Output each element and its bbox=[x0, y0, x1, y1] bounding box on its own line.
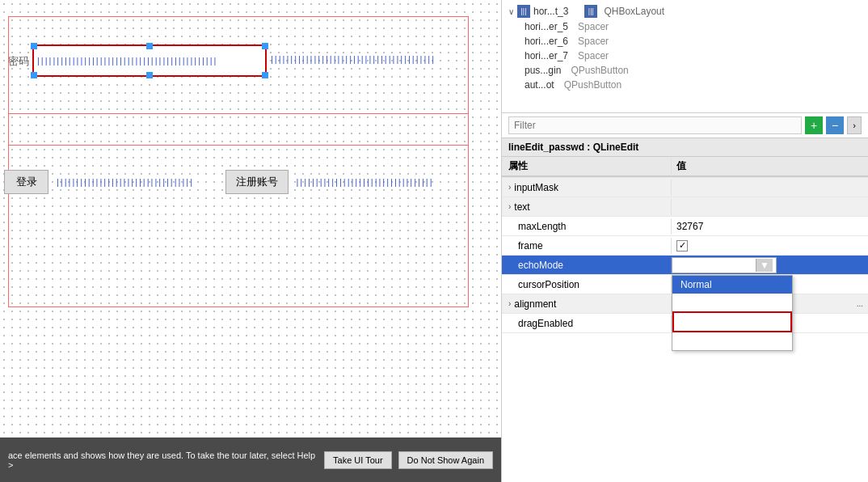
prop-value-frame[interactable]: ✓ bbox=[672, 238, 868, 254]
hbox-icon: ||| bbox=[584, 5, 597, 18]
prop-name-dragenabled: dragEnabled bbox=[502, 315, 672, 332]
dotted-middle: ||||||||||||||||||||||||||||||||||| bbox=[57, 177, 217, 187]
option-passwordecho[interactable]: PasswordEcho... bbox=[672, 332, 792, 350]
do-not-show-button[interactable]: Do Not Show Again bbox=[398, 451, 493, 469]
child-type-4: QPushButton bbox=[564, 79, 622, 91]
prop-row-maxlength[interactable]: maxLength 32767 bbox=[502, 217, 868, 236]
designer-canvas: 密码 |||||||||||||||||||||||||||||||||||||… bbox=[0, 0, 501, 482]
dotted-right: ||||||||||||||||||||||||||||||||||||||||… bbox=[271, 54, 449, 69]
child-type-3: QPushButton bbox=[571, 65, 628, 76]
prop-row-frame[interactable]: frame ✓ bbox=[502, 236, 868, 256]
property-table: 属性 值 › inputMask › text bbox=[502, 157, 868, 482]
tree-child-0[interactable]: hori...er_5 Spacer bbox=[525, 19, 862, 34]
lineedit-content: ||||||||||||||||||||||||||||||||||||||||… bbox=[34, 56, 217, 66]
bottom-bar-text: ace elements and shows how they are used… bbox=[8, 450, 318, 470]
tree-item-icon2: ||| bbox=[584, 5, 600, 18]
canvas-area[interactable]: 密码 |||||||||||||||||||||||||||||||||||||… bbox=[0, 0, 501, 437]
bottom-bar: ace elements and shows how they are used… bbox=[0, 438, 501, 482]
right-panel: ∨ ||| hor...t_3 ||| QHBoxLayout hori...e… bbox=[501, 0, 868, 482]
handle-tr bbox=[262, 43, 268, 49]
widget-tree: ∨ ||| hor...t_3 ||| QHBoxLayout hori...e… bbox=[502, 0, 868, 113]
selected-lineedit[interactable]: ||||||||||||||||||||||||||||||||||||||||… bbox=[32, 44, 267, 77]
arrow-icon-inputmask: › bbox=[508, 183, 511, 192]
prop-name-frame: frame bbox=[502, 238, 672, 254]
handle-tm bbox=[146, 43, 153, 49]
child-label-2: hori...er_7 bbox=[525, 50, 568, 61]
alignment-ellipsis: ... bbox=[857, 299, 863, 308]
label-mima: 密码 bbox=[8, 54, 29, 69]
tree-child-3[interactable]: pus...gin QPushButton bbox=[525, 63, 862, 78]
prop-value-inputmask bbox=[672, 185, 868, 190]
dotted-right-2: ||||||||||||||||||||||||||||||||||| bbox=[297, 177, 457, 187]
prop-name-inputmask: › inputMask bbox=[502, 180, 672, 196]
child-label-3: pus...gin bbox=[525, 65, 561, 76]
property-header: lineEdit_passwd : QLineEdit bbox=[502, 138, 868, 157]
child-label-1: hori...er_6 bbox=[525, 36, 568, 47]
dropdown-arrow-button[interactable]: ▼ bbox=[756, 259, 773, 272]
handle-tl bbox=[31, 43, 37, 49]
prop-name-maxlength: maxLength bbox=[502, 218, 672, 235]
frame-checkbox[interactable]: ✓ bbox=[676, 240, 688, 252]
take-tour-button[interactable]: Take UI Tour bbox=[324, 451, 392, 469]
echomode-dropdown[interactable]: Normal ▼ bbox=[672, 257, 777, 273]
tree-item-label: hor...t_3 bbox=[533, 6, 568, 17]
echomode-value: Normal bbox=[676, 260, 752, 271]
prop-name-alignment: › alignment bbox=[502, 296, 672, 312]
prop-row-text[interactable]: › text bbox=[502, 197, 868, 217]
prop-row-echomode[interactable]: echoMode Normal ▼ Normal NoEcho Password… bbox=[502, 256, 868, 275]
prop-col-headers: 属性 值 bbox=[502, 157, 868, 178]
chevron-down-icon: ∨ bbox=[508, 7, 514, 16]
child-label-4: aut...ot bbox=[525, 79, 554, 91]
handle-bl bbox=[31, 72, 37, 78]
prop-value-maxlength: 32767 bbox=[672, 218, 868, 235]
option-password[interactable]: Password bbox=[672, 311, 792, 332]
filter-bar: + − › bbox=[502, 113, 868, 138]
prop-value-text bbox=[672, 205, 868, 209]
second-row-outline bbox=[8, 113, 469, 146]
btn-register[interactable]: 注册账号 bbox=[225, 170, 289, 194]
option-normal[interactable]: Normal bbox=[672, 276, 792, 294]
arrow-icon-text: › bbox=[508, 202, 511, 211]
option-noecho[interactable]: NoEcho bbox=[672, 294, 792, 311]
echomode-popup: Normal NoEcho Password PasswordEcho... bbox=[672, 275, 793, 351]
arrow-icon-alignment: › bbox=[508, 299, 511, 308]
remove-property-button[interactable]: − bbox=[826, 116, 844, 134]
layout-icon: ||| bbox=[517, 5, 530, 18]
child-label-0: hori...er_5 bbox=[525, 21, 568, 32]
child-type-2: Spacer bbox=[578, 50, 609, 61]
col-value-header: 值 bbox=[672, 157, 868, 177]
child-type-1: Spacer bbox=[578, 36, 609, 47]
tree-child-1[interactable]: hori...er_6 Spacer bbox=[525, 34, 862, 49]
add-property-button[interactable]: + bbox=[805, 116, 823, 134]
btn-login[interactable]: 登录 bbox=[4, 170, 48, 194]
child-type-0: Spacer bbox=[578, 21, 609, 32]
col-name-header: 属性 bbox=[502, 157, 672, 177]
prop-value-echomode[interactable]: Normal ▼ Normal NoEcho Password Password… bbox=[672, 257, 868, 273]
tree-item-type: QHBoxLayout bbox=[604, 6, 664, 17]
handle-bm bbox=[146, 72, 153, 78]
prop-name-echomode: echoMode bbox=[502, 257, 672, 273]
tree-top-row[interactable]: ∨ ||| hor...t_3 ||| QHBoxLayout bbox=[508, 3, 862, 19]
prop-name-text: › text bbox=[502, 199, 672, 215]
tree-child-2[interactable]: hori...er_7 Spacer bbox=[525, 49, 862, 63]
form-bottom-row: 登录 ||||||||||||||||||||||||||||||||||| 注… bbox=[4, 170, 457, 194]
tree-child-4[interactable]: aut...ot QPushButton bbox=[525, 78, 862, 92]
handle-br bbox=[262, 72, 268, 78]
expand-button[interactable]: › bbox=[847, 116, 862, 134]
prop-name-cursorposition: cursorPosition bbox=[502, 277, 672, 293]
filter-input[interactable] bbox=[508, 116, 802, 134]
prop-row-inputmask[interactable]: › inputMask bbox=[502, 178, 868, 197]
